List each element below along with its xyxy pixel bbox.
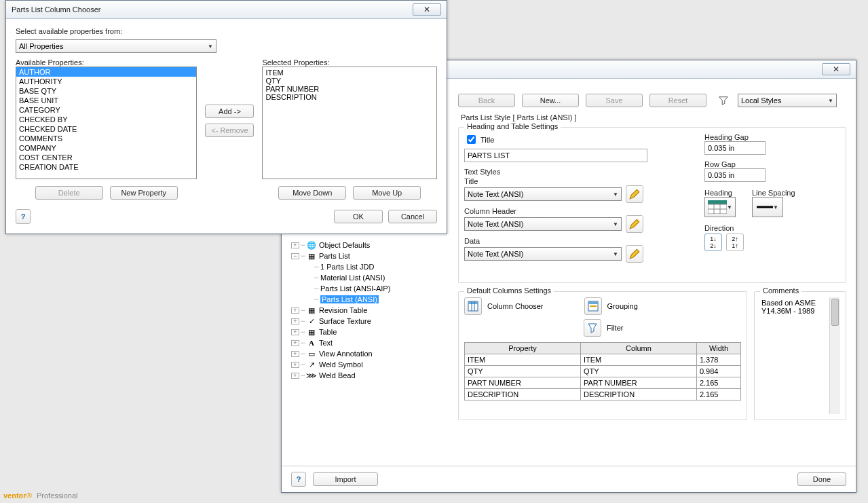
table-cell[interactable]: PART NUMBER bbox=[465, 377, 581, 389]
ok-button[interactable]: OK bbox=[334, 210, 383, 223]
table-cell[interactable]: 2.165 bbox=[696, 389, 740, 400]
tree-item-pl3[interactable]: Parts List (ANSI-AIP) bbox=[320, 284, 390, 293]
new-button[interactable]: New... bbox=[522, 94, 579, 107]
available-item[interactable]: COST CENTER bbox=[16, 153, 196, 162]
available-item[interactable]: CATEGORY bbox=[16, 105, 196, 115]
move-down-button[interactable]: Move Down bbox=[278, 186, 346, 200]
title-input[interactable] bbox=[464, 149, 647, 162]
direction-up-button[interactable]: 2↑1↑ bbox=[726, 234, 744, 251]
direction-down-button[interactable]: 1↓2↓ bbox=[704, 234, 722, 251]
tree-view-annotation[interactable]: View Annotation bbox=[319, 350, 373, 358]
title-checkbox-row[interactable]: Title bbox=[464, 133, 684, 146]
close-button[interactable]: ✕ bbox=[822, 63, 850, 75]
available-item[interactable]: BASE QTY bbox=[16, 86, 196, 96]
table-cell[interactable]: QTY bbox=[580, 366, 696, 377]
scope-combo[interactable]: Local Styles▼ bbox=[738, 94, 837, 107]
tree-item-pl1[interactable]: 1 Parts List JDD bbox=[320, 263, 374, 271]
scrollbar-thumb[interactable] bbox=[831, 299, 839, 326]
available-item[interactable]: CREATION DATE bbox=[16, 162, 196, 172]
heading-gap-input[interactable] bbox=[704, 141, 766, 155]
filter-button[interactable] bbox=[584, 319, 601, 337]
title-style-combo[interactable]: Note Text (ANSI)▼ bbox=[464, 187, 622, 201]
table-row[interactable]: PART NUMBERPART NUMBER2.165 bbox=[465, 377, 741, 389]
expand-icon[interactable]: + bbox=[291, 373, 299, 379]
heading-top-icon bbox=[708, 200, 727, 214]
filter-icon[interactable] bbox=[719, 96, 728, 105]
row-gap-input[interactable] bbox=[704, 168, 766, 182]
selected-item[interactable]: PART NUMBER bbox=[265, 85, 434, 93]
edit-data-style-button[interactable] bbox=[626, 245, 643, 263]
tree-object-defaults[interactable]: Object Defaults bbox=[319, 241, 370, 249]
expand-icon[interactable]: + bbox=[291, 340, 299, 346]
tree-surface-texture[interactable]: Surface Texture bbox=[319, 317, 371, 325]
expand-icon[interactable]: + bbox=[291, 308, 299, 314]
property-source-combo[interactable]: All Properties▼ bbox=[16, 39, 216, 53]
columns-table[interactable]: Property Column Width ITEMITEM1.378QTYQT… bbox=[464, 342, 741, 400]
table-cell[interactable]: ITEM bbox=[465, 354, 581, 366]
available-item[interactable]: COMMENTS bbox=[16, 134, 196, 143]
table-cell[interactable]: ITEM bbox=[580, 354, 696, 366]
tree-weld-symbol[interactable]: Weld Symbol bbox=[319, 360, 363, 369]
tree-revision-table[interactable]: Revision Table bbox=[319, 306, 367, 314]
table-cell[interactable]: 2.165 bbox=[696, 377, 740, 389]
line-spacing-combo[interactable]: ▼ bbox=[752, 197, 783, 217]
table-row[interactable]: DESCRIPTIONDESCRIPTION2.165 bbox=[465, 389, 741, 400]
selected-item[interactable]: QTY bbox=[265, 77, 434, 85]
column-header-combo[interactable]: Note Text (ANSI)▼ bbox=[464, 217, 622, 231]
collapse-icon[interactable]: − bbox=[291, 253, 299, 259]
available-item[interactable]: CHECKED BY bbox=[16, 115, 196, 124]
tree-weld-bead[interactable]: Weld Bead bbox=[319, 371, 356, 379]
comments-text[interactable]: Based on ASME Y14.36M - 1989 bbox=[760, 297, 829, 414]
available-item[interactable]: COMPANY bbox=[16, 143, 196, 153]
tree-item-pl4-selected[interactable]: Parts List (ANSI) bbox=[320, 295, 379, 303]
data-style-combo[interactable]: Note Text (ANSI)▼ bbox=[464, 247, 622, 261]
heading-table-settings-legend: Heading and Table Settings bbox=[464, 122, 561, 130]
edit-title-style-button[interactable] bbox=[626, 185, 643, 203]
title-checkbox[interactable] bbox=[467, 135, 476, 144]
table-cell[interactable]: QTY bbox=[465, 366, 581, 377]
available-item[interactable]: BASE UNIT bbox=[16, 96, 196, 105]
selected-item[interactable]: DESCRIPTION bbox=[265, 93, 434, 101]
import-button[interactable]: Import bbox=[313, 472, 378, 486]
cancel-button[interactable]: Cancel bbox=[388, 210, 437, 223]
tree-table[interactable]: Table bbox=[319, 328, 337, 336]
available-item[interactable]: AUTHORITY bbox=[16, 77, 196, 86]
column-chooser-button[interactable] bbox=[464, 297, 482, 315]
col-width-header[interactable]: Width bbox=[696, 343, 740, 354]
expand-icon[interactable]: + bbox=[291, 362, 299, 368]
table-cell[interactable]: DESCRIPTION bbox=[580, 389, 696, 400]
col-property-header[interactable]: Property bbox=[465, 343, 581, 354]
move-up-button[interactable]: Move Up bbox=[353, 186, 421, 200]
available-item[interactable]: CHECKED DATE bbox=[16, 124, 196, 134]
table-cell[interactable]: PART NUMBER bbox=[580, 377, 696, 389]
selected-item[interactable]: ITEM bbox=[265, 69, 434, 77]
help-button[interactable]: ? bbox=[16, 209, 31, 224]
available-properties-list[interactable]: AUTHORAUTHORITYBASE QTYBASE UNITCATEGORY… bbox=[16, 67, 197, 179]
heading-placement-combo[interactable]: ▼ bbox=[704, 197, 736, 217]
edit-colheader-style-button[interactable] bbox=[626, 215, 643, 233]
col-column-header[interactable]: Column bbox=[580, 343, 696, 354]
svg-rect-11 bbox=[588, 301, 598, 304]
style-tree[interactable]: +┈🌐Object Defaults −┈▦Parts List ┈1 Part… bbox=[291, 240, 451, 381]
comments-scrollbar[interactable] bbox=[829, 297, 840, 414]
table-row[interactable]: QTYQTY0.984 bbox=[465, 366, 741, 377]
add-button[interactable]: Add -> bbox=[205, 105, 254, 118]
done-button[interactable]: Done bbox=[797, 472, 846, 486]
expand-icon[interactable]: + bbox=[291, 329, 299, 335]
new-property-button[interactable]: New Property bbox=[110, 186, 178, 200]
tree-text[interactable]: Text bbox=[319, 339, 333, 347]
table-cell[interactable]: 1.378 bbox=[696, 354, 740, 366]
close-button[interactable]: ✕ bbox=[413, 3, 441, 16]
table-row[interactable]: ITEMITEM1.378 bbox=[465, 354, 741, 366]
available-item[interactable]: AUTHOR bbox=[16, 67, 196, 77]
grouping-button[interactable] bbox=[584, 297, 602, 315]
expand-icon[interactable]: + bbox=[291, 351, 299, 357]
expand-icon[interactable]: + bbox=[291, 318, 299, 324]
table-cell[interactable]: 0.984 bbox=[696, 366, 740, 377]
table-cell[interactable]: DESCRIPTION bbox=[465, 389, 581, 400]
help-button[interactable]: ? bbox=[291, 472, 306, 487]
expand-icon[interactable]: + bbox=[291, 242, 299, 248]
tree-parts-list[interactable]: Parts List bbox=[319, 252, 350, 260]
tree-item-pl2[interactable]: Material List (ANSI) bbox=[320, 274, 385, 282]
selected-properties-list[interactable]: ITEMQTYPART NUMBERDESCRIPTION bbox=[262, 67, 437, 179]
